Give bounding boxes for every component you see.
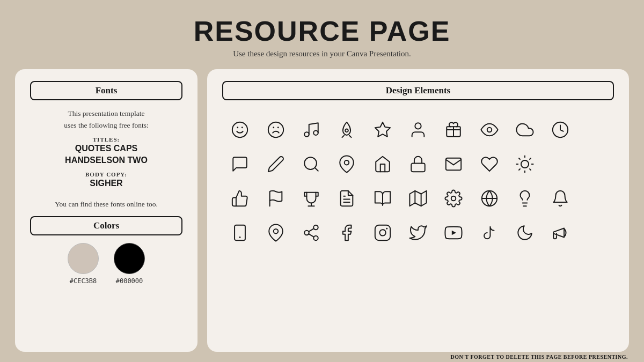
icon-clock [543, 115, 578, 144]
page-title: RESOURCE PAGE [194, 15, 451, 47]
icon-bell [543, 184, 578, 213]
svg-rect-17 [411, 164, 425, 172]
icon-empty-5 [579, 218, 614, 247]
icon-mail [436, 150, 471, 179]
svg-point-40 [273, 229, 278, 234]
titles-font-group: TITLES: QUOTES CAPSHANDSELSON TWO [65, 136, 148, 166]
svg-line-25 [519, 169, 520, 170]
svg-point-41 [313, 225, 318, 230]
svg-point-18 [521, 160, 529, 168]
icon-chat [222, 150, 258, 179]
color-circle-tan [68, 243, 99, 274]
icon-empty-3 [579, 150, 614, 179]
svg-marker-48 [452, 231, 456, 235]
color-hex-black: #000000 [116, 277, 143, 285]
icon-phone [222, 218, 258, 247]
footer-note: DON'T FORGET TO DELETE THIS PAGE BEFORE … [0, 352, 644, 362]
icon-home [364, 150, 400, 179]
color-circle-black [114, 243, 145, 274]
icon-frown [258, 115, 293, 144]
icon-gear [436, 184, 471, 213]
icon-eye [472, 115, 507, 144]
icon-flag [258, 184, 293, 213]
icon-sun [507, 150, 543, 179]
left-panel: Fonts This presentation templateuses the… [15, 69, 197, 352]
icon-empty-4 [579, 184, 614, 213]
icon-thumbsup [222, 184, 258, 213]
icon-moon [507, 218, 543, 247]
design-elements-badge: Design Elements [222, 81, 614, 100]
svg-point-0 [232, 122, 247, 137]
svg-line-22 [530, 169, 531, 170]
color-swatches: #CEC3B8 #000000 [30, 243, 182, 285]
icon-pencil [258, 150, 293, 179]
titles-label: TITLES: [65, 136, 148, 143]
icon-gift [436, 115, 471, 144]
icon-book [364, 184, 400, 213]
icon-music [294, 115, 329, 144]
svg-point-16 [345, 160, 349, 165]
icon-instagram [364, 218, 400, 247]
right-panel: Design Elements [207, 69, 629, 352]
svg-marker-30 [409, 191, 426, 206]
icon-pin [329, 150, 364, 179]
icon-globe [472, 184, 507, 213]
svg-line-26 [530, 158, 531, 159]
icon-cloud [507, 115, 543, 144]
colors-section: Colors #CEC3B8 #000000 [30, 216, 182, 285]
icon-lock [400, 150, 436, 179]
color-hex-tan: #CEC3B8 [70, 277, 97, 285]
body-font-name: SIGHER [85, 178, 127, 189]
icon-bulb [507, 184, 543, 213]
svg-line-15 [314, 168, 318, 171]
icon-heart [472, 150, 507, 179]
svg-point-42 [304, 231, 309, 235]
svg-point-6 [304, 132, 309, 137]
icon-rocket [329, 115, 364, 144]
svg-point-8 [345, 129, 348, 132]
icon-smile [222, 115, 258, 144]
icon-share [294, 218, 329, 247]
icon-trophy [294, 184, 329, 213]
svg-marker-9 [375, 122, 390, 137]
colors-badge: Colors [30, 216, 182, 235]
body-font-group: BODY COPY: SIGHER [85, 171, 127, 189]
icon-twitter [400, 218, 436, 247]
fonts-badge: Fonts [30, 81, 182, 100]
icon-tiktok [472, 218, 507, 247]
icons-grid [222, 115, 614, 247]
svg-line-45 [309, 228, 314, 232]
icon-document [329, 184, 364, 213]
icon-empty-2 [543, 150, 578, 179]
svg-point-12 [487, 128, 492, 132]
svg-point-10 [415, 123, 421, 129]
color-item-black: #000000 [114, 243, 145, 285]
svg-rect-46 [375, 225, 390, 240]
icon-map [400, 184, 436, 213]
fonts-online-note: You can find these fonts online too. [55, 200, 158, 209]
page-subtitle: Use these design resources in your Canva… [194, 49, 451, 58]
icon-star [364, 115, 400, 144]
titles-font-names: QUOTES CAPSHANDSELSON TWO [65, 143, 148, 166]
svg-line-21 [519, 158, 520, 159]
icon-facebook [329, 218, 364, 247]
icon-search [294, 150, 329, 179]
svg-point-33 [451, 196, 456, 201]
icon-location [258, 218, 293, 247]
body-label: BODY COPY: [85, 171, 127, 178]
icon-megaphone [543, 218, 578, 247]
svg-point-3 [268, 122, 283, 137]
icon-empty-1 [579, 115, 614, 144]
svg-point-7 [313, 130, 318, 135]
icon-youtube [436, 218, 471, 247]
color-item-tan: #CEC3B8 [68, 243, 99, 285]
icon-person [400, 115, 436, 144]
fonts-description: This presentation templateuses the follo… [64, 108, 148, 131]
svg-point-43 [313, 236, 318, 241]
svg-line-44 [309, 234, 314, 237]
